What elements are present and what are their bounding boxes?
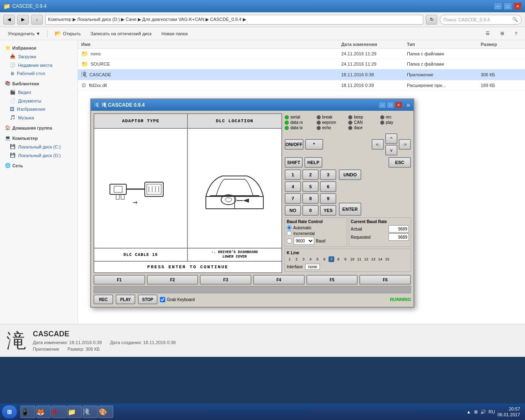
organize-button[interactable]: Упорядочить ▼ [3, 28, 45, 39]
view-large-button[interactable]: ⊞ [496, 28, 509, 39]
baud-incremental-radio[interactable] [287, 231, 292, 236]
nav-up-button[interactable]: ^ [385, 133, 397, 144]
num-4-button[interactable]: 4 [285, 181, 301, 192]
f3-button[interactable]: F3 [200, 275, 251, 285]
sidebar-item-disk-d[interactable]: 💾 Локальный диск (D:) [0, 151, 78, 160]
num-0-button[interactable]: 0 [302, 205, 319, 216]
sidebar-item-images[interactable]: 🖼 Изображения [0, 105, 78, 113]
baud-select[interactable]: 9600 4800 19200 [294, 237, 314, 245]
kline-6[interactable]: 6 [322, 256, 327, 262]
num-1-button[interactable]: 1 [285, 169, 301, 180]
on-off-button[interactable]: ON/OFF [285, 139, 304, 150]
sidebar-item-recent[interactable]: 🕐 Недавние места [0, 61, 78, 69]
kline-2[interactable]: 2 [294, 256, 299, 262]
column-type[interactable]: Тип [407, 42, 481, 47]
taskbar-cascade-icon[interactable]: 滝 [83, 406, 98, 418]
nav-left-button[interactable]: <- [372, 139, 384, 150]
f6-button[interactable]: F6 [359, 275, 411, 285]
taskbar-explorer[interactable]: 📁 [67, 406, 82, 418]
sidebar-item-downloads[interactable]: 📥 Загрузки [0, 52, 78, 61]
open-button[interactable]: 📂 Открыть [50, 28, 85, 39]
kline-5[interactable]: 5 [315, 256, 320, 262]
enter-button[interactable]: ENTER [339, 203, 361, 216]
num-8-button[interactable]: 8 [302, 193, 319, 204]
kline-4[interactable]: 4 [308, 256, 313, 262]
kline-1[interactable]: 1 [287, 256, 292, 262]
num-7-button[interactable]: 7 [285, 193, 301, 204]
address-path[interactable]: Компьютер ▶ Локальный диск (D:) ▶ Саня ▶… [45, 15, 423, 25]
num-5-button[interactable]: 5 [302, 181, 319, 192]
f5-button[interactable]: F5 [306, 275, 358, 285]
forward-button[interactable]: ▶ [17, 15, 29, 25]
shift-button[interactable]: SHIFT [285, 157, 303, 168]
start-button[interactable]: ⊞ [2, 405, 17, 419]
close-button[interactable]: ✕ [514, 2, 522, 10]
kline-7[interactable]: 7 [329, 256, 334, 262]
grab-keyboard-checkbox[interactable] [160, 297, 165, 302]
play-button[interactable]: PLAY [116, 294, 135, 304]
column-size[interactable]: Размер [481, 42, 522, 47]
table-row[interactable]: 📁 SOURCE 24.11.2016 11:29 Папка с файлам… [78, 59, 525, 69]
rec-button[interactable]: REC [94, 294, 113, 304]
baud-custom-radio[interactable] [287, 238, 292, 244]
sidebar-item-documents[interactable]: 📄 Документы [0, 96, 78, 105]
nav-right-button[interactable]: -> [399, 139, 411, 150]
num-9-button[interactable]: 9 [320, 193, 336, 204]
sidebar-libraries-header[interactable]: 📚 Библиотеки [0, 79, 78, 88]
taskbar-yandex[interactable]: Я [52, 406, 66, 418]
kline-3[interactable]: 3 [301, 256, 306, 262]
sidebar-homegroup-header[interactable]: 🏠 Домашняя группа [0, 123, 78, 132]
stop-button[interactable]: STOP [138, 294, 158, 304]
table-row[interactable]: 📁 roms 24.11.2016 11:29 Папка с файлами [78, 49, 525, 59]
column-date[interactable]: Дата изменения [341, 42, 407, 47]
tray-time-display[interactable]: 20:57 06.01.2017 [498, 406, 520, 418]
undo-button[interactable]: UNDO [339, 169, 361, 180]
up-button[interactable]: ↑ [31, 15, 43, 25]
no-button[interactable]: NO [285, 205, 301, 216]
kline-12[interactable]: 12 [363, 256, 369, 262]
taskbar-viber[interactable]: 📱 [21, 406, 35, 418]
sidebar-item-disk-c[interactable]: 💾 Локальный диск (C:) [0, 142, 78, 151]
maximize-button[interactable]: □ [504, 2, 512, 10]
new-folder-button[interactable]: Новая папка [157, 28, 192, 39]
search-box[interactable]: Поиск: CASCDE_0.9.4 🔍 [440, 15, 522, 25]
volume-tray-icon[interactable]: 🔊 [480, 409, 486, 415]
cascade-maximize[interactable]: □ [387, 102, 394, 108]
taskbar-firefox[interactable]: 🦊 [36, 406, 51, 418]
sidebar-favorites-header[interactable]: ⭐ Избранное [0, 43, 78, 52]
f2-button[interactable]: F2 [147, 275, 199, 285]
kline-10[interactable]: 10 [349, 256, 355, 262]
kline-14[interactable]: 14 [377, 256, 383, 262]
nav-down-button[interactable]: v [385, 145, 397, 155]
sidebar-item-music[interactable]: 🎵 Музыка [0, 113, 78, 122]
cascade-minimize[interactable]: ─ [379, 102, 386, 108]
taskbar-paint[interactable]: 🎨 [98, 406, 113, 418]
sidebar-network-header[interactable]: 🌐 Сеть [0, 161, 78, 170]
sidebar-item-video[interactable]: 🎬 Видео [0, 88, 78, 96]
yes-button[interactable]: YES [320, 205, 336, 216]
f4-button[interactable]: F4 [253, 275, 305, 285]
help-button[interactable]: HELP [304, 157, 322, 168]
kline-15[interactable]: 15 [384, 256, 390, 262]
num-2-button[interactable]: 2 [302, 169, 319, 180]
kline-9[interactable]: 9 [342, 256, 348, 262]
sidebar-item-desktop[interactable]: 🖥 Рабочий стол [0, 69, 78, 78]
cascade-close[interactable]: ✕ [395, 102, 402, 108]
minimize-button[interactable]: ─ [494, 2, 502, 10]
tray-language[interactable]: RU [488, 409, 495, 414]
cascade-expand-icon[interactable]: » [406, 101, 410, 109]
baud-automatic-radio[interactable] [287, 225, 292, 230]
refresh-button[interactable]: ↻ [426, 15, 437, 25]
table-row[interactable]: ⚙ ftd2xx.dll 18.11.2016 0:39 Расширение … [78, 80, 525, 91]
sidebar-computer-header[interactable]: 💻 Компьютер [0, 134, 78, 142]
num-6-button[interactable]: 6 [320, 181, 336, 192]
f1-button[interactable]: F1 [94, 275, 145, 285]
tray-arrow-icon[interactable]: ▲ [466, 409, 471, 414]
kline-8[interactable]: 8 [336, 256, 341, 262]
column-name[interactable]: Имя [81, 42, 341, 47]
table-row[interactable]: 滝 CASCADE 18.11.2016 0:38 Приложение 306… [78, 69, 525, 80]
esc-button[interactable]: ESC [388, 157, 411, 168]
help-button[interactable]: ? [510, 28, 522, 39]
star-button[interactable]: * [305, 139, 323, 150]
kline-13[interactable]: 13 [370, 256, 376, 262]
